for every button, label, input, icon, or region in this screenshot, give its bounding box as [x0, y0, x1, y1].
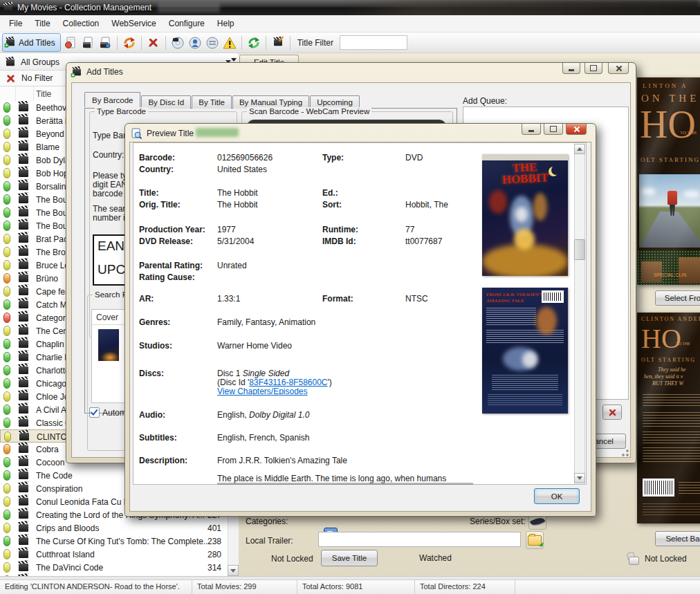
status-pill	[3, 273, 10, 284]
field-label: Country:	[139, 165, 174, 174]
select-front-label: Select Fro	[665, 294, 700, 302]
field-label: Rating Cause:	[139, 272, 195, 282]
title-filter-label: Title Filter	[297, 38, 333, 48]
result-cover-thumbnail[interactable]	[98, 329, 119, 361]
not-locked-left-label: Not Locked	[271, 554, 313, 564]
tab-by-title[interactable]: By Title	[192, 95, 232, 109]
add-from-web-icon[interactable]	[63, 35, 78, 50]
list-item-title: Cutthroat Island	[36, 550, 95, 559]
help-text: number is	[93, 213, 129, 223]
remove-queue-button[interactable]	[602, 405, 622, 420]
resize-grip[interactable]	[621, 449, 629, 457]
field-value: (Disc Id '83F43116-8F58600C')	[217, 378, 332, 387]
close-button[interactable]	[608, 63, 629, 74]
red-x-icon	[608, 408, 616, 416]
clapper-icon	[19, 222, 28, 230]
clapper-icon	[19, 169, 28, 177]
clapper-icon	[19, 117, 28, 124]
list-item-title: Charlotte	[36, 366, 70, 375]
field-label: Title:	[139, 188, 158, 198]
add-queue-label: Add Queue:	[463, 96, 507, 106]
disc-person-icon[interactable]	[187, 35, 203, 50]
main-toolbar: + Add Titles Title Filter	[0, 33, 700, 53]
select-front-button[interactable]: Select Fro	[655, 290, 700, 306]
group-clapper-icon	[6, 59, 15, 65]
menu-title[interactable]: Title	[28, 16, 56, 31]
list-item-title: Conul Leonida Fata Cu Re	[36, 497, 134, 507]
titlebar-smudge	[158, 3, 220, 12]
hobbit-title-text: THE HOBBIT	[494, 161, 556, 187]
add-titles-title-text: Add Titles	[86, 67, 123, 77]
delete-title-icon[interactable]	[146, 35, 161, 50]
watched-label: Watched	[419, 553, 452, 563]
view-chapters-link[interactable]: View Chapters/Episodes	[217, 387, 308, 396]
status-pill	[3, 536, 10, 546]
menu-webservice[interactable]: WebService	[105, 16, 162, 31]
field-label: Genres:	[139, 317, 170, 327]
clapper-icon	[19, 380, 28, 387]
maximize-button[interactable]	[584, 63, 602, 74]
field-value: Family, Fantasy, Animation	[217, 317, 315, 327]
edit-title-icon[interactable]	[270, 35, 286, 50]
save-title-button[interactable]: Save Title	[321, 550, 378, 566]
disc-copy-icon[interactable]	[170, 35, 185, 50]
browse-trailer-button[interactable]	[526, 531, 544, 549]
scroll-thumb[interactable]	[574, 239, 585, 260]
select-back-button[interactable]: Select Ba	[655, 531, 700, 546]
field-value: 5/31/2004	[217, 236, 254, 246]
status-pill	[3, 418, 10, 428]
list-item[interactable]: Crips and Bloods401	[0, 521, 227, 535]
field-value: The Hobbit	[217, 200, 258, 210]
list-item[interactable]: The Curse Of King Tut's Tomb: The Comple…	[0, 535, 227, 548]
refresh-green-icon[interactable]	[246, 35, 261, 50]
disc-burn-icon[interactable]	[205, 35, 220, 50]
chevron-down-icon[interactable]	[231, 58, 237, 62]
main-menubar: FileTitleCollectionWebServiceConfigureHe…	[0, 15, 700, 33]
menu-help[interactable]: Help	[211, 16, 241, 31]
toolbar-separator	[117, 36, 118, 50]
field-label: Studios:	[139, 341, 172, 351]
list-item-title: Chicago	[36, 379, 66, 389]
scroll-down-button[interactable]	[574, 473, 585, 483]
sync-orange-icon[interactable]	[122, 35, 137, 50]
hobbit-front-cover: THE HOBBIT	[482, 154, 568, 276]
menu-collection[interactable]: Collection	[57, 16, 106, 31]
hobbit-back-cover: FROM J.R.R. TOLKIEN'SAMAZING TALE	[482, 288, 568, 414]
tab-by-barcode[interactable]: By Barcode	[84, 92, 140, 107]
list-item-title: Cobra	[36, 445, 59, 454]
status-section: Total Movies: 299	[192, 580, 297, 594]
warning-icon[interactable]	[222, 35, 237, 50]
list-item-title: Category	[36, 313, 70, 323]
categories-label: Categories:	[246, 517, 288, 526]
clapper-icon	[19, 485, 28, 492]
save-title-doc-icon[interactable]	[80, 35, 95, 50]
menu-configure[interactable]: Configure	[163, 16, 211, 31]
list-item[interactable]: Cutthroat Island280	[0, 548, 227, 561]
automatically-checkbox[interactable]	[89, 407, 100, 418]
scroll-up-button[interactable]	[574, 144, 585, 154]
preview-scrollbar[interactable]	[574, 144, 585, 483]
clapper-icon	[19, 275, 28, 282]
field-value: English, Dolby Digital 1.0	[217, 410, 309, 420]
title-filter-input[interactable]	[340, 35, 407, 50]
lock-icon[interactable]	[627, 550, 641, 566]
clipped-text-line	[217, 483, 473, 485]
tab-by-disc-id[interactable]: By Disc Id	[141, 95, 191, 109]
ok-button[interactable]: OK	[534, 488, 580, 504]
menu-file[interactable]: File	[3, 16, 28, 31]
status-pill	[3, 181, 10, 192]
scroll-down-button[interactable]	[228, 565, 239, 576]
status-pill	[3, 470, 10, 481]
clapper-icon	[19, 511, 28, 519]
barcode-graphic	[542, 290, 564, 303]
list-item[interactable]: The DaVinci Code314	[0, 561, 227, 575]
add-titles-toolbar-button[interactable]: + Add Titles	[2, 33, 61, 52]
folder-icon	[528, 535, 542, 546]
save-collection-icon[interactable]	[98, 35, 113, 50]
disc-id-link[interactable]: 83F43116-8F58600C	[249, 378, 327, 387]
country-field-label: Country:	[93, 150, 124, 160]
clapper-icon	[19, 301, 28, 308]
minimize-button[interactable]	[562, 63, 580, 74]
clapper-icon	[19, 458, 28, 466]
local-trailer-input[interactable]	[318, 532, 521, 547]
